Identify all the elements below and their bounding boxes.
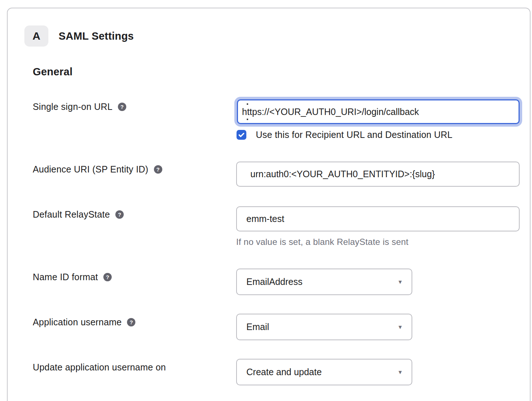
update-username-label: Update application username on [33, 362, 166, 373]
relay-state-label-row: Default RelayState ? [33, 209, 124, 219]
update-username-value: Create and update [246, 367, 322, 377]
application-username-label-row: Application username ? [33, 317, 135, 327]
audience-uri-input[interactable] [236, 162, 520, 187]
dropdown-arrow-icon: ▼ [397, 278, 403, 285]
sso-url-label: Single sign-on URL [33, 102, 112, 112]
update-username-select[interactable]: Create and update ▼ [236, 359, 412, 385]
name-id-format-label: Name ID format [33, 272, 98, 282]
text-cursor [247, 119, 248, 120]
relay-state-input[interactable] [236, 206, 520, 231]
sso-url-label-row: Single sign-on URL ? [33, 102, 126, 112]
relay-state-hint: If no value is set, a blank RelayState i… [236, 237, 408, 247]
section-letter: A [32, 30, 40, 42]
panel-title: SAML Settings [59, 30, 134, 42]
dropdown-arrow-icon: ▼ [397, 323, 403, 330]
sso-url-input[interactable] [237, 99, 520, 124]
saml-settings-panel: A SAML Settings General Single sign-on U… [7, 8, 531, 401]
help-icon[interactable]: ? [115, 210, 124, 219]
name-id-format-label-row: Name ID format ? [33, 272, 112, 282]
name-id-format-select[interactable]: EmailAddress ▼ [236, 269, 412, 295]
dropdown-arrow-icon: ▼ [397, 369, 403, 375]
recipient-url-checkbox[interactable] [237, 130, 246, 140]
checkmark-icon [238, 131, 245, 139]
update-username-label-row: Update application username on [33, 362, 166, 372]
audience-uri-label: Audience URI (SP Entity ID) [33, 164, 148, 175]
help-icon[interactable]: ? [154, 165, 162, 174]
text-cursor [247, 103, 248, 105]
relay-state-label: Default RelayState [33, 209, 110, 220]
help-icon[interactable]: ? [127, 318, 135, 326]
application-username-value: Email [246, 322, 269, 332]
application-username-select[interactable]: Email ▼ [236, 314, 412, 340]
section-letter-badge: A [24, 25, 48, 47]
help-icon[interactable]: ? [103, 273, 112, 281]
recipient-url-checkbox-label: Use this for Recipient URL and Destinati… [256, 130, 452, 140]
section-heading-general: General [33, 66, 72, 78]
name-id-format-value: EmailAddress [246, 277, 302, 287]
help-icon[interactable]: ? [118, 103, 126, 111]
application-username-label: Application username [33, 317, 122, 327]
audience-uri-label-row: Audience URI (SP Entity ID) ? [33, 164, 162, 174]
